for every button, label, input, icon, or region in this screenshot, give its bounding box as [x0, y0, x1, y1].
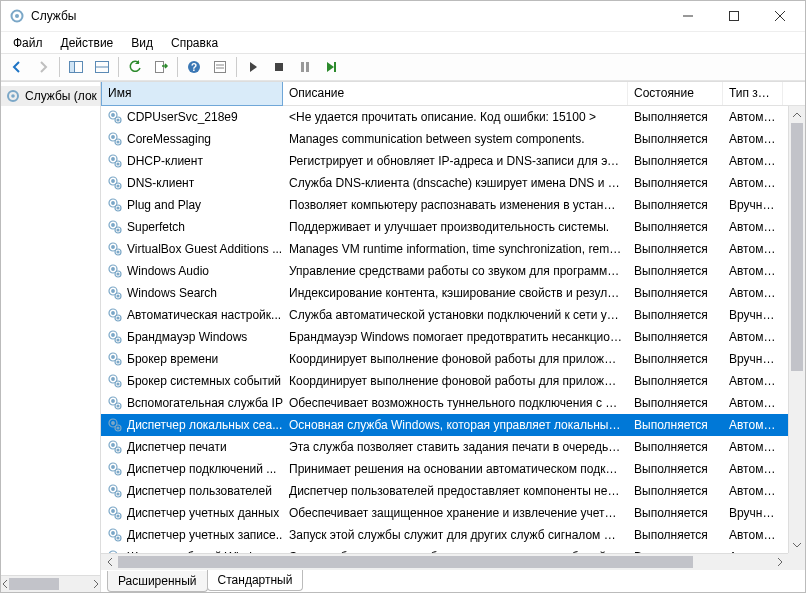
service-row[interactable]: Диспетчер пользователейДиспетчер пользов…	[101, 480, 788, 502]
separator	[118, 57, 119, 77]
svg-point-21	[11, 94, 15, 98]
service-row[interactable]: Windows SearchИндексирование контента, к…	[101, 282, 788, 304]
horizontal-scrollbar[interactable]	[101, 553, 788, 570]
service-row[interactable]: Брокер времениКоординирует выполнение фо…	[101, 348, 788, 370]
pause-service-button[interactable]	[293, 55, 317, 79]
svg-point-25	[117, 119, 119, 121]
column-header-state[interactable]: Состояние	[628, 82, 723, 105]
service-name-text: Plug and Play	[127, 198, 201, 212]
svg-rect-18	[306, 62, 309, 72]
cell-description: Обеспечивает защищенное хранение и извле…	[283, 506, 628, 520]
cell-description: Управление средствами работы со звуком д…	[283, 264, 628, 278]
service-row[interactable]: SuperfetchПоддерживает и улучшает произв…	[101, 216, 788, 238]
column-header-name[interactable]: Имя	[101, 82, 283, 106]
tree-item-services-local[interactable]: Службы (лок	[1, 86, 100, 106]
service-row[interactable]: Диспетчер учетных данныхОбеспечивает защ…	[101, 502, 788, 524]
cell-state: Выполняется	[628, 286, 723, 300]
scroll-thumb[interactable]	[118, 556, 693, 568]
service-icon	[107, 241, 123, 257]
stop-service-button[interactable]	[267, 55, 291, 79]
scroll-left-button[interactable]	[1, 576, 9, 592]
service-icon	[107, 175, 123, 191]
service-row[interactable]: VirtualBox Guest Additions ...Manages VM…	[101, 238, 788, 260]
cell-startup-type: Вручную	[723, 352, 783, 366]
forward-button[interactable]	[31, 55, 55, 79]
service-row[interactable]: CDPUserSvc_218e9<Не удается прочитать оп…	[101, 106, 788, 128]
service-row[interactable]: DHCP-клиентРегистрирует и обновляет IP-а…	[101, 150, 788, 172]
maximize-button[interactable]	[711, 1, 757, 31]
cell-name: Windows Search	[101, 285, 283, 301]
menu-help[interactable]: Справка	[163, 34, 226, 52]
column-header-description[interactable]: Описание	[283, 82, 628, 105]
cell-description: Брандмауэр Windows помогает предотвратит…	[283, 330, 628, 344]
help-button[interactable]: ?	[182, 55, 206, 79]
vertical-scrollbar[interactable]	[788, 106, 805, 553]
cell-name: Диспетчер учетных записе...	[101, 527, 283, 543]
scroll-down-button[interactable]	[789, 536, 805, 553]
refresh-button[interactable]	[123, 55, 147, 79]
cell-state: Выполняется	[628, 264, 723, 278]
service-row[interactable]: DNS-клиентСлужба DNS-клиента (dnscache) …	[101, 172, 788, 194]
service-name-text: Диспетчер подключений ...	[127, 462, 276, 476]
show-hide-tree-button[interactable]	[64, 55, 88, 79]
service-row[interactable]: Диспетчер учетных записе...Запуск этой с…	[101, 524, 788, 546]
service-icon	[107, 439, 123, 455]
menu-action[interactable]: Действие	[53, 34, 122, 52]
tab-standard[interactable]: Стандартный	[207, 570, 304, 591]
cell-state: Выполняется	[628, 374, 723, 388]
tree-pane: Службы (лок	[1, 82, 101, 592]
cell-name: Диспетчер учетных данных	[101, 505, 283, 521]
tree-horizontal-scrollbar[interactable]	[1, 575, 100, 592]
service-row[interactable]: Диспетчер локальных сеа...Основная служб…	[101, 414, 788, 436]
cell-startup-type: Автомати	[723, 264, 783, 278]
service-row[interactable]: Автоматическая настройк...Служба автомат…	[101, 304, 788, 326]
service-icon	[107, 395, 123, 411]
svg-point-53	[117, 273, 119, 275]
export-button[interactable]	[149, 55, 173, 79]
scroll-left-button[interactable]	[101, 554, 118, 570]
separator	[236, 57, 237, 77]
service-name-text: Windows Audio	[127, 264, 209, 278]
service-icon	[107, 505, 123, 521]
svg-point-93	[117, 493, 119, 495]
service-row[interactable]: Брокер системных событийКоординирует вып…	[101, 370, 788, 392]
column-header-startup-type[interactable]: Тип запу	[723, 82, 783, 105]
cell-description: Основная служба Windows, которая управля…	[283, 418, 628, 432]
service-row[interactable]: CoreMessagingManages communication betwe…	[101, 128, 788, 150]
service-row[interactable]: Plug and PlayПозволяет компьютеру распоз…	[101, 194, 788, 216]
menu-view[interactable]: Вид	[123, 34, 161, 52]
minimize-button[interactable]	[665, 1, 711, 31]
menu-file[interactable]: Файл	[5, 34, 51, 52]
scroll-up-button[interactable]	[789, 106, 805, 123]
details-pane-button[interactable]	[90, 55, 114, 79]
back-button[interactable]	[5, 55, 29, 79]
service-row[interactable]: Диспетчер печатиЭта служба позволяет ста…	[101, 436, 788, 458]
restart-service-button[interactable]	[319, 55, 343, 79]
scroll-thumb[interactable]	[791, 123, 803, 371]
scroll-thumb[interactable]	[9, 578, 59, 590]
cell-description: Запуск этой службы служит для других слу…	[283, 528, 628, 542]
cell-name: Брандмауэр Windows	[101, 329, 283, 345]
service-row[interactable]: Брандмауэр WindowsБрандмауэр Windows пом…	[101, 326, 788, 348]
service-icon	[107, 285, 123, 301]
cell-name: Брокер времени	[101, 351, 283, 367]
service-row[interactable]: Диспетчер подключений ...Принимает решен…	[101, 458, 788, 480]
svg-point-33	[117, 163, 119, 165]
svg-point-67	[112, 356, 115, 359]
service-name-text: Брокер системных событий	[127, 374, 281, 388]
scroll-right-button[interactable]	[92, 576, 100, 592]
start-service-button[interactable]	[241, 55, 265, 79]
properties-button[interactable]	[208, 55, 232, 79]
service-icon	[107, 417, 123, 433]
service-row[interactable]: Журнал событий WindowsЭта служба управля…	[101, 546, 788, 553]
close-button[interactable]	[757, 1, 803, 31]
tab-extended[interactable]: Расширенный	[107, 571, 208, 592]
service-row[interactable]: Вспомогательная служба IPОбеспечивает во…	[101, 392, 788, 414]
service-rows: CDPUserSvc_218e9<Не удается прочитать оп…	[101, 106, 788, 553]
cell-description: Служба автоматической установки подключе…	[283, 308, 628, 322]
service-icon	[107, 373, 123, 389]
svg-rect-7	[70, 62, 75, 73]
service-row[interactable]: Windows AudioУправление средствами работ…	[101, 260, 788, 282]
service-icon	[107, 219, 123, 235]
scroll-right-button[interactable]	[771, 554, 788, 570]
